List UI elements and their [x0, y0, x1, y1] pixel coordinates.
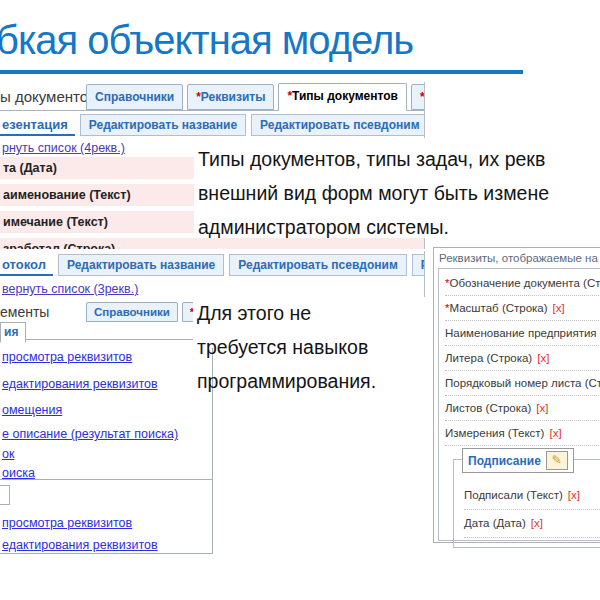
tab-partial-elements[interactable]: ементы: [0, 304, 86, 322]
attr-litera[interactable]: Литера (Строка)[x]: [445, 346, 600, 371]
link-view-attrs[interactable]: просмотра реквизитов: [2, 350, 132, 364]
elements-tab-bar: ементы Справочники *Рек: [0, 300, 226, 322]
link-search[interactable]: оиска: [2, 466, 35, 480]
link-view-attrs-2[interactable]: просмотра реквизитов: [2, 516, 132, 530]
nav-tab-partial[interactable]: ия: [0, 322, 26, 343]
edit-alias-button-2[interactable]: Редактировать псевдоним: [229, 254, 407, 276]
paragraph1-line2: внешний вид форм могут быть измене: [198, 176, 600, 210]
signing-group-tab[interactable]: Подписание ✎: [462, 448, 574, 473]
paragraph2-line2: требуется навыков: [197, 330, 376, 364]
tab-partial-documents[interactable]: ы документов: [0, 88, 86, 110]
subtab-presentation[interactable]: езентация: [0, 114, 75, 136]
edit-alias-button[interactable]: Редактировать псевдоним: [251, 114, 425, 136]
screenshot-protocol: отокол Редактировать название Редактиров…: [0, 251, 425, 297]
link-edit-attrs-2[interactable]: едактирования реквизитов: [2, 538, 158, 552]
attr-designation[interactable]: *Обозначение документа (Строк: [445, 271, 600, 296]
screenshot-form-attributes: Реквизиты, отображаемые на ф *Обозначени…: [433, 247, 600, 543]
signing-group-title: Подписание: [468, 454, 541, 468]
attr-company-name[interactable]: Наименование предприятия (Ст: [445, 321, 600, 346]
partial-tab-stub: [0, 485, 10, 505]
screenshot-navigation: ементы Справочники *Рек ия просмотра рек…: [0, 300, 216, 556]
link-description-search[interactable]: е описание (результат поиска): [2, 427, 178, 441]
tab-tipy-zadach[interactable]: *Типы задач: [411, 84, 425, 110]
form-attributes-list: *Обозначение документа (Строк *Масштаб (…: [438, 268, 600, 541]
attr-signed-by[interactable]: Подписали (Текст)[x]: [464, 482, 600, 510]
link-placement[interactable]: омещения: [2, 403, 62, 417]
attr-measurements[interactable]: Измерения (Текст)[x]: [445, 421, 600, 446]
collapse-list-link[interactable]: рнуть список (4рекв.): [2, 141, 125, 155]
collapse-list-link-2[interactable]: вернуть список (3рекв.): [2, 282, 138, 296]
panel-divider: [0, 479, 212, 480]
form-attributes-header: Реквизиты, отображаемые на ф: [434, 248, 600, 267]
paragraph1-line1: Типы документов, типы задач, их рекв: [198, 142, 600, 176]
paragraph1-line3: администратором системы.: [198, 210, 600, 244]
attr-scale[interactable]: *Масштаб (Строка)[x]: [445, 296, 600, 321]
pencil-edit-icon[interactable]: ✎: [546, 451, 568, 470]
remove-attr-button[interactable]: [x]: [536, 402, 548, 414]
remove-attr-button[interactable]: [x]: [537, 352, 549, 364]
link-list[interactable]: ок: [2, 447, 14, 461]
subtab-protocol[interactable]: отокол: [0, 254, 53, 276]
navigation-panel: просмотра реквизитов едактирования рекви…: [0, 339, 213, 554]
remove-attr-button[interactable]: [x]: [553, 302, 565, 314]
paragraph2-line3: программирования.: [197, 364, 376, 398]
edit-name-button-2[interactable]: Редактировать название: [58, 254, 224, 276]
link-edit-attrs[interactable]: едактирования реквизитов: [2, 377, 158, 391]
edit-name-button[interactable]: Редактировать название: [80, 114, 246, 136]
text-block-2: Для этого не требуется навыков программи…: [197, 296, 376, 398]
attr-sheets[interactable]: Листов (Строка)[x]: [445, 396, 600, 421]
tab-spravochniki[interactable]: Справочники: [86, 84, 183, 110]
slide-title: бкая объектная модель: [0, 18, 413, 63]
protocol-tab-bar: отокол Редактировать название Редактиров…: [0, 253, 425, 277]
tab-tipy-dokumentov[interactable]: *Типы документов: [278, 83, 406, 111]
signing-group: Подписание ✎ Подписали (Текст)[x] Дата (…: [453, 459, 600, 548]
attr-sheet-number[interactable]: Порядковый номер листа (Стро: [445, 371, 600, 396]
paragraph2-line1: Для этого не: [197, 296, 376, 330]
signing-group-items: Подписали (Текст)[x] Дата (Дата)[x]: [464, 482, 600, 538]
presentation-slide: бкая объектная модель ы документов Справ…: [0, 0, 600, 600]
main-tab-bar: ы документов Справочники *Реквизиты *Тип…: [0, 82, 424, 111]
title-underline: [0, 70, 523, 74]
edit-button-cut-2[interactable]: Редактировать ре: [412, 254, 425, 276]
attr-date[interactable]: Дата (Дата)[x]: [464, 510, 600, 538]
remove-attr-button[interactable]: [x]: [531, 517, 543, 529]
text-block-1: Типы документов, типы задач, их рекв вне…: [194, 138, 600, 238]
remove-attr-button[interactable]: [x]: [568, 489, 580, 501]
sub-tab-bar: езентация Редактировать название Редакти…: [0, 113, 425, 137]
tab-rekvizity[interactable]: *Реквизиты: [187, 84, 274, 110]
remove-attr-button[interactable]: [x]: [549, 427, 561, 439]
tab-spravochniki-2[interactable]: Справочники: [86, 302, 178, 322]
